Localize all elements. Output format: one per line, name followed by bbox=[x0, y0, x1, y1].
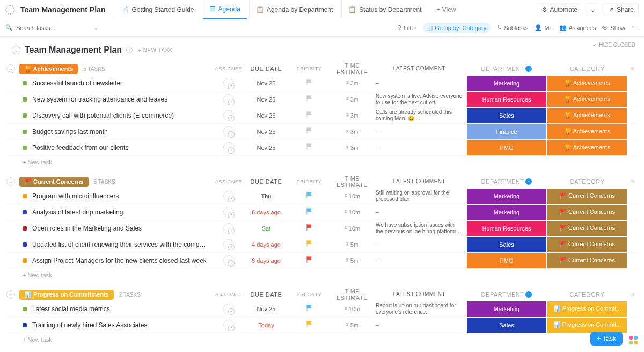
task-name[interactable]: Assign Project Managers for the new clie… bbox=[32, 257, 209, 264]
status-square[interactable] bbox=[23, 242, 27, 247]
due-cell[interactable]: Nov 25 bbox=[245, 80, 288, 87]
priority-cell[interactable] bbox=[288, 95, 331, 104]
avatar-placeholder[interactable] bbox=[223, 320, 234, 331]
col-assignee[interactable]: ASSIGNEE bbox=[213, 66, 245, 71]
task-name[interactable]: Latest social media metrics bbox=[32, 305, 209, 313]
task-row[interactable]: Training of newly hired Sales Associates… bbox=[6, 317, 638, 333]
group-badge[interactable]: 📊 Progress on Commitments bbox=[19, 290, 114, 300]
hide-closed[interactable]: ✓HIDE CLOSED bbox=[592, 42, 635, 48]
task-row[interactable]: Analysis of latest drip marketing 6 days… bbox=[6, 204, 638, 220]
share-button[interactable]: ↗Share bbox=[604, 3, 639, 16]
col-estimate[interactable]: TIME ESTIMATE bbox=[331, 288, 374, 301]
new-task-top[interactable]: + NEW TASK bbox=[138, 47, 173, 53]
priority-cell[interactable] bbox=[288, 224, 331, 233]
status-square[interactable] bbox=[23, 113, 27, 118]
new-task-row[interactable]: + New task bbox=[6, 333, 638, 343]
col-due[interactable]: DUE DATE bbox=[245, 291, 288, 298]
category-cell[interactable]: 🚩 Current Concerns bbox=[547, 253, 627, 268]
estimate-cell[interactable]: ⧗5m bbox=[331, 322, 374, 328]
col-estimate[interactable]: TIME ESTIMATE bbox=[331, 62, 374, 75]
col-priority[interactable]: PRIORITY bbox=[288, 66, 331, 71]
due-cell[interactable]: 6 days ago bbox=[245, 257, 288, 264]
assignee-cell[interactable] bbox=[213, 126, 245, 137]
assignee-cell[interactable] bbox=[213, 78, 245, 89]
assignees-button[interactable]: 👥Assignees bbox=[559, 24, 596, 31]
assignee-cell[interactable] bbox=[213, 94, 245, 105]
priority-cell[interactable] bbox=[288, 127, 331, 136]
new-task-fab[interactable]: +Task bbox=[590, 332, 623, 346]
subtasks-button[interactable]: ↳Subtasks bbox=[497, 24, 528, 31]
col-due[interactable]: DUE DATE bbox=[245, 66, 288, 72]
col-priority[interactable]: PRIORITY bbox=[288, 292, 331, 297]
department-cell[interactable]: Marketing bbox=[467, 205, 546, 220]
assignee-cell[interactable] bbox=[213, 223, 245, 234]
category-cell[interactable]: 📊 Progress on Commit... bbox=[547, 301, 627, 317]
col-comment[interactable]: LATEST COMMENT bbox=[374, 66, 465, 72]
due-cell[interactable]: Nov 25 bbox=[245, 128, 288, 135]
task-row[interactable]: Latest social media metrics Nov 25 ⧗10m … bbox=[6, 301, 638, 317]
department-cell[interactable]: PMO bbox=[467, 140, 546, 155]
task-name[interactable]: Successful launch of newsletter bbox=[32, 80, 209, 87]
collapse-group[interactable]: ⌄ bbox=[6, 64, 15, 73]
status-square[interactable] bbox=[23, 226, 27, 231]
task-name[interactable]: Training of newly hired Sales Associates bbox=[32, 321, 209, 329]
category-cell[interactable]: 🏆 Achievements bbox=[547, 140, 627, 155]
status-square[interactable] bbox=[23, 130, 27, 134]
task-row[interactable]: New system for tracking attendance and l… bbox=[6, 91, 638, 107]
status-square[interactable] bbox=[23, 323, 27, 327]
due-cell[interactable]: Today bbox=[245, 322, 288, 328]
avatar-placeholder[interactable] bbox=[223, 239, 234, 250]
collapse-group[interactable]: ⌄ bbox=[6, 177, 15, 186]
estimate-cell[interactable]: ⧗10m bbox=[331, 225, 374, 232]
due-cell[interactable]: Nov 25 bbox=[245, 96, 288, 103]
more-icon[interactable]: ⋯ bbox=[632, 24, 639, 31]
status-square[interactable] bbox=[23, 258, 27, 263]
avatar-placeholder[interactable] bbox=[223, 110, 234, 121]
avatar-placeholder[interactable] bbox=[223, 304, 234, 314]
add-column[interactable]: ⊕ bbox=[627, 66, 638, 71]
estimate-cell[interactable]: ⧗3m bbox=[331, 128, 374, 135]
col-department[interactable]: DEPARTMENT ↑ bbox=[467, 61, 546, 76]
avatar-placeholder[interactable] bbox=[223, 223, 234, 234]
task-name[interactable]: Open roles in the Marketing and Sales bbox=[32, 225, 209, 232]
estimate-cell[interactable]: ⧗10m bbox=[331, 209, 374, 215]
status-square[interactable] bbox=[23, 210, 27, 214]
assignee-cell[interactable] bbox=[213, 255, 245, 266]
automate-chevron[interactable]: ⌄ bbox=[587, 3, 599, 16]
estimate-cell[interactable]: ⧗5m bbox=[331, 241, 374, 248]
task-row[interactable]: Open roles in the Marketing and Sales Sa… bbox=[6, 220, 638, 236]
task-name[interactable]: New system for tracking attendance and l… bbox=[32, 96, 209, 103]
department-cell[interactable]: Human Resources bbox=[467, 221, 546, 236]
assignee-cell[interactable] bbox=[213, 110, 245, 121]
department-cell[interactable]: Marketing bbox=[467, 189, 546, 204]
search-wrap[interactable]: 🔍 ⌄ bbox=[5, 24, 91, 31]
task-name[interactable]: Discovery call with potential clients (E… bbox=[32, 112, 209, 119]
department-cell[interactable]: Sales bbox=[467, 318, 546, 333]
department-cell[interactable]: Finance bbox=[467, 124, 546, 139]
priority-cell[interactable] bbox=[288, 208, 331, 217]
col-priority[interactable]: PRIORITY bbox=[288, 179, 331, 184]
priority-cell[interactable] bbox=[288, 192, 331, 200]
category-cell[interactable]: 🚩 Current Concerns bbox=[547, 205, 627, 220]
assignee-cell[interactable] bbox=[213, 207, 245, 218]
estimate-cell[interactable]: ⧗10m bbox=[331, 306, 374, 312]
status-square[interactable] bbox=[23, 194, 27, 198]
group-badge[interactable]: 🚩 Current Concerns bbox=[19, 177, 89, 187]
avatar-placeholder[interactable] bbox=[223, 255, 234, 266]
status-square[interactable] bbox=[23, 146, 27, 150]
due-cell[interactable]: Thu bbox=[245, 193, 288, 199]
avatar-placeholder[interactable] bbox=[223, 78, 234, 89]
task-name[interactable]: Program with microinfluencers bbox=[32, 192, 209, 200]
category-cell[interactable]: 🚩 Current Concerns bbox=[547, 237, 627, 252]
assignee-cell[interactable] bbox=[213, 239, 245, 250]
col-category[interactable]: CATEGORY bbox=[547, 287, 627, 302]
task-row[interactable]: Positive feedback from our clients Nov 2… bbox=[6, 140, 638, 156]
add-column[interactable]: ⊕ bbox=[627, 179, 638, 184]
collapse-all[interactable]: ⌄ bbox=[12, 46, 20, 54]
col-category[interactable]: CATEGORY bbox=[547, 174, 627, 189]
status-square[interactable] bbox=[23, 307, 27, 311]
filter-button[interactable]: ⚲Filter bbox=[397, 24, 416, 31]
add-column[interactable]: ⊕ bbox=[627, 292, 638, 297]
avatar-placeholder[interactable] bbox=[223, 207, 234, 218]
tab-agenda[interactable]: ☰Agenda bbox=[203, 0, 247, 19]
